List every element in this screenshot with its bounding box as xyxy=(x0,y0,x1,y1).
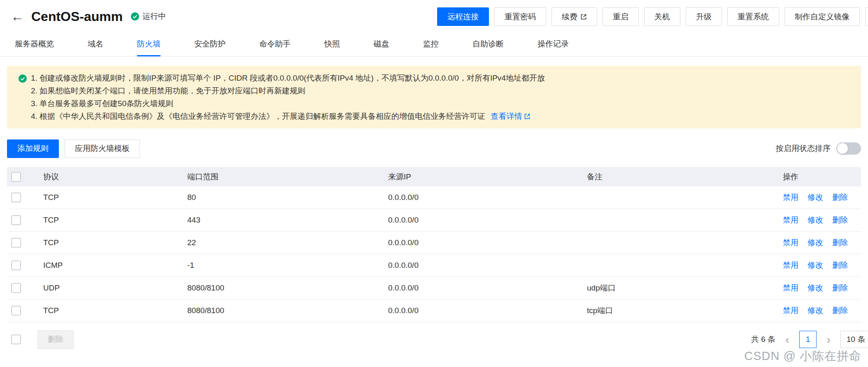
apply-firewall-template-button[interactable]: 应用防火墙模板 xyxy=(65,139,140,158)
sort-toggle[interactable] xyxy=(836,142,861,155)
server-action-buttons: 远程连接 重置密码 续费 重启 关机 升级 重置系统 制作自定义镜像 退 xyxy=(437,7,868,26)
source-cell: 0.0.0.0/0 xyxy=(388,283,587,293)
page-size-select[interactable]: 10 条 xyxy=(840,331,868,348)
external-link-icon xyxy=(580,14,587,20)
row-checkbox[interactable] xyxy=(11,260,21,270)
source-cell: 0.0.0.0/0 xyxy=(388,216,587,225)
next-page-icon[interactable]: › xyxy=(826,333,831,346)
shutdown-button[interactable]: 关机 xyxy=(644,7,680,26)
tab-operation-log[interactable]: 操作记录 xyxy=(538,33,569,56)
disable-link[interactable]: 禁用 xyxy=(783,192,798,203)
create-custom-image-button[interactable]: 制作自定义镜像 xyxy=(784,7,860,26)
table-row: UDP 8080/8100 0.0.0.0/0 udp端口 禁用 修改 删除 xyxy=(7,277,861,300)
tab-self-diagnosis[interactable]: 自助诊断 xyxy=(472,33,504,56)
table-row: TCP 80 0.0.0.0/0 禁用 修改 删除 xyxy=(7,186,861,209)
back-arrow-icon[interactable]: ← xyxy=(11,10,24,23)
delete-link[interactable]: 删除 xyxy=(832,237,848,248)
source-cell: 0.0.0.0/0 xyxy=(388,238,587,247)
tab-security[interactable]: 安全防护 xyxy=(194,33,226,56)
upgrade-button[interactable]: 升级 xyxy=(686,7,722,26)
tab-disk[interactable]: 磁盘 xyxy=(374,33,389,56)
row-checkbox[interactable] xyxy=(11,193,21,202)
delete-link[interactable]: 删除 xyxy=(832,215,848,225)
batch-delete-button[interactable]: 删除 xyxy=(37,330,74,349)
notice-line-1: 1. 创建或修改防火墙规则时，限制IP来源可填写单个 IP，CIDR 段或者0.… xyxy=(31,72,851,84)
delete-link[interactable]: 删除 xyxy=(832,283,848,293)
restart-button[interactable]: 重启 xyxy=(603,7,639,26)
reset-password-button[interactable]: 重置密码 xyxy=(494,7,546,26)
port-cell: 8080/8100 xyxy=(187,283,388,293)
tab-command-assistant[interactable]: 命令助手 xyxy=(259,33,291,56)
modify-link[interactable]: 修改 xyxy=(807,305,823,316)
server-status-badge: 运行中 xyxy=(131,11,166,22)
select-all-checkbox[interactable] xyxy=(11,172,21,182)
disable-link[interactable]: 禁用 xyxy=(783,305,798,316)
table-header-row: 协议 端口范围 来源IP 备注 操作 xyxy=(7,167,861,186)
tab-firewall[interactable]: 防火墙 xyxy=(137,33,161,56)
remote-connect-button[interactable]: 远程连接 xyxy=(437,7,489,26)
col-protocol: 协议 xyxy=(43,172,187,182)
notice-line-3: 3. 单台服务器最多可创建50条防火墙规则 xyxy=(31,97,851,110)
col-source-ip: 来源IP xyxy=(388,172,587,182)
watermark: CSDN @ 小陈在拼命 xyxy=(744,348,861,365)
tab-monitor[interactable]: 监控 xyxy=(423,33,439,56)
modify-link[interactable]: 修改 xyxy=(807,237,823,248)
table-row: TCP 443 0.0.0.0/0 禁用 修改 删除 xyxy=(7,209,861,232)
tab-snapshot[interactable]: 快照 xyxy=(324,33,340,56)
port-cell: 443 xyxy=(187,216,388,225)
tab-bar: 服务器概览 域名 防火墙 安全防护 命令助手 快照 磁盘 监控 自助诊断 操作记… xyxy=(0,33,868,57)
pagination: 共 6 条 ‹ 1 › 10 条 xyxy=(751,331,861,348)
port-cell: 80 xyxy=(187,193,388,202)
prev-page-icon[interactable]: ‹ xyxy=(784,333,790,346)
delete-link[interactable]: 删除 xyxy=(832,260,848,271)
see-details-link[interactable]: 查看详情 xyxy=(491,110,531,123)
delete-link[interactable]: 删除 xyxy=(832,192,848,203)
tab-server-overview[interactable]: 服务器概览 xyxy=(15,33,54,56)
see-details-label: 查看详情 xyxy=(491,110,522,123)
firewall-notice-banner: 1. 创建或修改防火墙规则时，限制IP来源可填写单个 IP，CIDR 段或者0.… xyxy=(7,66,861,128)
renew-label: 续费 xyxy=(562,12,577,22)
table-footer: 删除 共 6 条 ‹ 1 › 10 条 xyxy=(7,330,861,348)
source-cell: 0.0.0.0/0 xyxy=(388,306,587,315)
sort-label: 按启用状态排序 xyxy=(776,143,831,154)
row-checkbox[interactable] xyxy=(11,215,21,225)
protocol-cell: UDP xyxy=(43,283,187,293)
source-cell: 0.0.0.0/0 xyxy=(388,261,587,270)
row-checkbox[interactable] xyxy=(11,306,21,316)
table-row: TCP 22 0.0.0.0/0 禁用 修改 删除 xyxy=(7,232,861,254)
tab-domain[interactable]: 域名 xyxy=(88,33,103,56)
row-checkbox[interactable] xyxy=(11,283,21,293)
footer-select-checkbox[interactable] xyxy=(11,334,21,344)
add-rule-button[interactable]: 添加规则 xyxy=(7,139,59,158)
port-cell: -1 xyxy=(187,261,388,270)
row-checkbox[interactable] xyxy=(11,238,21,248)
modify-link[interactable]: 修改 xyxy=(807,215,823,225)
sort-control: 按启用状态排序 xyxy=(776,142,861,155)
remark-cell: udp端口 xyxy=(587,283,783,293)
protocol-cell: ICMP xyxy=(43,261,187,270)
disable-link[interactable]: 禁用 xyxy=(783,237,798,248)
row-actions: 禁用 修改 删除 xyxy=(783,260,861,271)
protocol-cell: TCP xyxy=(43,238,187,247)
external-link-icon xyxy=(524,113,531,120)
status-label: 运行中 xyxy=(142,11,166,22)
notice-line-2: 2. 如果想临时关闭某个端口，请使用禁用功能，免于开放对应端口时再新建规则 xyxy=(31,84,851,97)
modify-link[interactable]: 修改 xyxy=(807,260,823,271)
rules-toolbar: 添加规则 应用防火墙模板 按启用状态排序 xyxy=(7,139,861,158)
disable-link[interactable]: 禁用 xyxy=(783,215,798,225)
modify-link[interactable]: 修改 xyxy=(807,192,823,203)
modify-link[interactable]: 修改 xyxy=(807,283,823,293)
reset-system-button[interactable]: 重置系统 xyxy=(727,7,779,26)
page-1-button[interactable]: 1 xyxy=(799,331,817,348)
delete-link[interactable]: 删除 xyxy=(832,305,848,316)
renew-button[interactable]: 续费 xyxy=(552,7,597,26)
disable-link[interactable]: 禁用 xyxy=(783,283,798,293)
toggle-knob xyxy=(837,143,848,154)
return-button[interactable]: 退 xyxy=(865,7,868,26)
table-row: ICMP -1 0.0.0.0/0 禁用 修改 删除 xyxy=(7,254,861,277)
row-actions: 禁用 修改 删除 xyxy=(783,283,861,293)
disable-link[interactable]: 禁用 xyxy=(783,260,798,271)
table-row: TCP 8080/8100 0.0.0.0/0 tcp端口 禁用 修改 删除 xyxy=(7,300,861,322)
row-actions: 禁用 修改 删除 xyxy=(783,305,861,316)
notice-line-4-text: 4. 根据《中华人民共和国电信条例》及《电信业务经营许可管理办法》，开展递归解析… xyxy=(31,112,485,121)
